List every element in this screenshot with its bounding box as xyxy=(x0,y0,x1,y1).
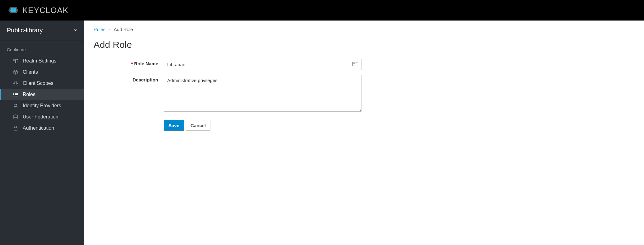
sidebar-item-realm-settings[interactable]: Realm Settings xyxy=(0,55,84,67)
sidebar-item-client-scopes[interactable]: Client Scopes xyxy=(0,78,84,89)
brand-logo[interactable]: KEYCLOAK xyxy=(8,6,68,15)
lock-icon xyxy=(13,125,18,131)
svg-point-7 xyxy=(15,62,16,62)
svg-rect-12 xyxy=(15,94,18,95)
role-name-input[interactable] xyxy=(164,59,361,70)
brand-name: KEYCLOAK xyxy=(22,6,68,15)
main-content: Roles » Add Role Add Role *Role Name Des… xyxy=(84,21,644,245)
sidebar-section-configure: Configure Realm Settings Clients Client … xyxy=(0,40,84,134)
required-indicator: * xyxy=(131,61,133,66)
sidebar-item-label: Roles xyxy=(23,92,35,97)
cube-icon xyxy=(13,69,18,75)
exchange-icon xyxy=(13,103,18,109)
svg-rect-14 xyxy=(15,96,18,96)
sidebar-item-clients[interactable]: Clients xyxy=(0,67,84,78)
realm-name: Public-library xyxy=(7,27,43,34)
breadcrumb-link-roles[interactable]: Roles xyxy=(94,27,105,32)
breadcrumb-separator-icon: » xyxy=(108,27,111,32)
svg-point-8 xyxy=(17,59,18,60)
sidebar-item-roles[interactable]: Roles xyxy=(0,89,84,100)
sidebar-item-identity-providers[interactable]: Identity Providers xyxy=(0,100,84,111)
svg-point-6 xyxy=(14,60,15,61)
sidebar-item-label: Identity Providers xyxy=(23,103,61,109)
sidebar-item-label: Authentication xyxy=(23,125,54,131)
svg-point-18 xyxy=(353,63,355,64)
form-row-role-name: *Role Name xyxy=(94,59,635,70)
sidebar: Public-library Configure Realm Settings … xyxy=(0,21,84,245)
svg-point-15 xyxy=(14,115,17,116)
database-icon xyxy=(13,114,18,120)
sidebar-item-user-federation[interactable]: User Federation xyxy=(0,111,84,122)
svg-rect-10 xyxy=(15,93,18,94)
role-name-label: *Role Name xyxy=(94,59,164,70)
form-row-description: Description xyxy=(94,75,635,113)
svg-rect-11 xyxy=(13,94,14,95)
sidebar-item-authentication[interactable]: Authentication xyxy=(0,122,84,134)
svg-rect-9 xyxy=(13,93,14,94)
id-card-icon xyxy=(352,61,358,68)
breadcrumb: Roles » Add Role xyxy=(94,27,635,32)
app-header: KEYCLOAK xyxy=(0,0,644,21)
breadcrumb-current: Add Role xyxy=(114,27,133,32)
sidebar-item-label: Clients xyxy=(23,69,38,75)
list-icon xyxy=(13,92,18,97)
save-button[interactable]: Save xyxy=(164,120,184,131)
cancel-button[interactable]: Cancel xyxy=(186,120,210,131)
sidebar-item-label: Client Scopes xyxy=(23,81,53,86)
description-label: Description xyxy=(94,75,164,113)
sidebar-item-label: Realm Settings xyxy=(23,58,57,64)
realm-selector[interactable]: Public-library xyxy=(0,21,84,40)
sidebar-item-label: User Federation xyxy=(23,114,58,120)
page-title: Add Role xyxy=(94,39,635,50)
svg-rect-13 xyxy=(13,96,14,96)
form-row-buttons: Save Cancel xyxy=(94,118,635,131)
sliders-icon xyxy=(13,58,18,64)
svg-rect-16 xyxy=(14,128,17,130)
description-textarea[interactable] xyxy=(164,75,361,112)
keycloak-logo-icon xyxy=(8,6,21,15)
chevron-down-icon xyxy=(74,28,77,33)
cubes-icon xyxy=(13,81,18,86)
sidebar-section-heading: Configure xyxy=(0,45,84,55)
